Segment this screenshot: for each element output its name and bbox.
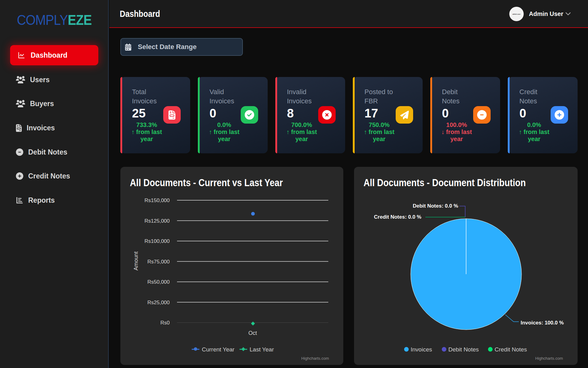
svg-text:Current Year: Current Year — [202, 346, 235, 353]
svg-text:Highcharts.com: Highcharts.com — [535, 356, 563, 361]
svg-text:Rs125,000: Rs125,000 — [145, 218, 170, 224]
svg-text:Debit Notes: Debit Notes — [448, 346, 479, 353]
svg-text:Rs150,000: Rs150,000 — [145, 197, 170, 203]
svg-text:Rs50,000: Rs50,000 — [147, 279, 170, 285]
svg-text:Last Year: Last Year — [250, 346, 274, 353]
svg-text:Rs25,000: Rs25,000 — [147, 300, 170, 305]
svg-text:Rs75,000: Rs75,000 — [147, 259, 170, 265]
svg-text:Amount: Amount — [133, 251, 139, 270]
svg-text:Credit Notes: Credit Notes — [495, 346, 527, 353]
svg-text:Invoices: 100.0 %: Invoices: 100.0 % — [521, 320, 564, 326]
svg-text:Oct: Oct — [248, 330, 257, 336]
svg-text:Highcharts.com: Highcharts.com — [301, 356, 329, 361]
svg-text:Rs0: Rs0 — [160, 320, 170, 326]
svg-text:Debit Notes: 0.0 %: Debit Notes: 0.0 % — [413, 203, 458, 209]
svg-text:Credit Notes: 0.0 %: Credit Notes: 0.0 % — [374, 214, 421, 220]
svg-text:Invoices: Invoices — [411, 346, 432, 353]
svg-text:Rs100,000: Rs100,000 — [145, 238, 170, 244]
